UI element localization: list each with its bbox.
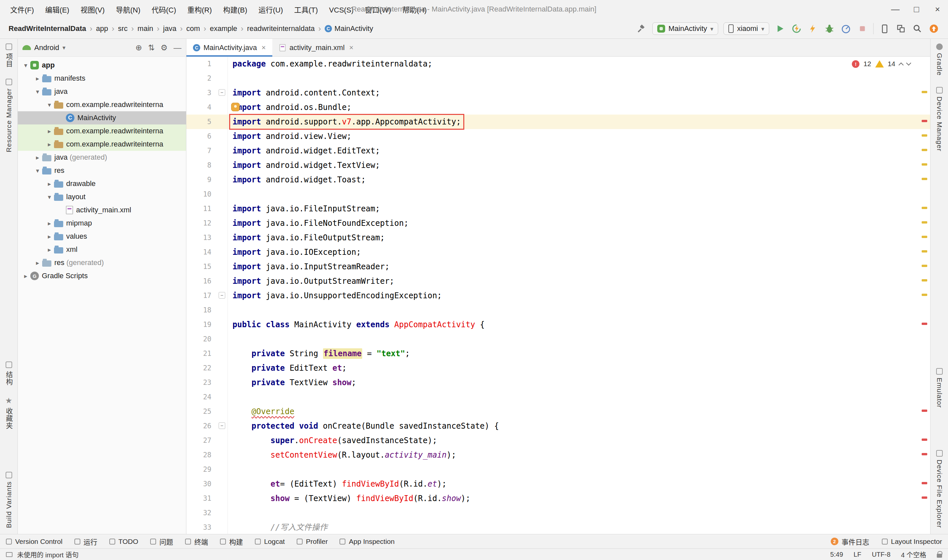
red-stripe-mark[interactable]	[922, 120, 927, 122]
fold-icon[interactable]: −	[219, 292, 225, 298]
tool-button-run[interactable]: 运行	[74, 537, 97, 546]
run-button[interactable]	[774, 23, 786, 34]
red-stripe-mark[interactable]	[922, 453, 927, 455]
yellow-stripe-mark[interactable]	[922, 134, 927, 137]
maximize-button[interactable]: □	[906, 0, 927, 18]
tool-window-button-device-file-explorer[interactable]: Device File Explorer	[936, 450, 943, 528]
chevron-collapsed-icon[interactable]: ▸	[21, 272, 30, 280]
code-line-11[interactable]: 11import java.io.FileInputStream;	[186, 202, 930, 216]
chevron-collapsed-icon[interactable]: ▸	[33, 75, 42, 82]
chevron-collapsed-icon[interactable]: ▸	[45, 220, 54, 227]
chevron-expanded-icon[interactable]: ▾	[21, 62, 30, 69]
code-line-5[interactable]: 5import android.support.v7.app.Appcompat…	[186, 115, 930, 129]
breadcrumb-item-example[interactable]: example	[210, 25, 237, 33]
tree-item-drawable[interactable]: ▸drawable	[18, 177, 186, 190]
collapse-all-icon[interactable]: ⇅	[148, 43, 154, 52]
tree-item-java[interactable]: ▸java (generated)	[18, 151, 186, 164]
yellow-stripe-mark[interactable]	[922, 178, 927, 180]
code-line-28[interactable]: 28 setContentView(R.layout.activity_main…	[186, 448, 930, 462]
yellow-stripe-mark[interactable]	[922, 149, 927, 151]
tool-button-version-control[interactable]: Version Control	[6, 538, 63, 546]
tree-item-manifests[interactable]: ▸manifests	[18, 72, 186, 85]
code-line-25[interactable]: 25 @Override	[186, 404, 930, 419]
debug-button[interactable]	[824, 23, 835, 34]
run-config-select[interactable]: MainActivity	[652, 22, 718, 35]
locate-file-icon[interactable]: ⊕	[135, 43, 142, 52]
code-line-31[interactable]: 31 show = (TextView) findViewById(R.id.s…	[186, 491, 930, 506]
code-line-22[interactable]: 22 private EditText et;	[186, 361, 930, 375]
chevron-expanded-icon[interactable]: ▾	[33, 167, 42, 174]
tree-item-values[interactable]: ▸values	[18, 230, 186, 243]
menu-file[interactable]: 文件(F)	[5, 6, 40, 14]
tool-window-button-resource-manager[interactable]: Resource Manager	[5, 79, 13, 152]
next-problem-icon[interactable]	[906, 60, 911, 66]
yellow-stripe-mark[interactable]	[922, 265, 927, 267]
code-line-17[interactable]: 17−import java.io.UnsupportedEncodingExc…	[186, 288, 930, 303]
red-stripe-mark[interactable]	[922, 323, 927, 325]
yellow-stripe-mark[interactable]	[922, 294, 927, 296]
chevron-collapsed-icon[interactable]: ▸	[45, 141, 54, 148]
tool-button-problems[interactable]: 问题	[150, 537, 173, 546]
breadcrumb-item-java[interactable]: java	[163, 25, 176, 33]
code-line-29[interactable]: 29	[186, 462, 930, 477]
breadcrumb-item-readwriteinternaldata[interactable]: ReadWriteInternalData	[9, 25, 86, 33]
error-stripe-scrollbar[interactable]	[919, 57, 930, 534]
yellow-stripe-mark[interactable]	[922, 221, 927, 223]
inspections-widget[interactable]: 12 14	[852, 60, 911, 68]
indent-setting[interactable]: 4 个空格	[901, 550, 926, 559]
tree-item-com-example-readwriteinterna[interactable]: ▸com.example.readwriteinterna	[18, 138, 186, 151]
code-line-30[interactable]: 30 et= (EditText) findViewById(R.id.et);	[186, 477, 930, 491]
stop-button[interactable]	[857, 23, 868, 34]
tree-item-res[interactable]: ▾res	[18, 164, 186, 177]
tool-button-terminal[interactable]: 终端	[185, 537, 208, 546]
code-line-2[interactable]: 2	[186, 71, 930, 86]
menu-run[interactable]: 运行(U)	[253, 6, 289, 14]
apply-changes-button[interactable]	[791, 23, 802, 34]
red-stripe-mark[interactable]	[922, 482, 927, 484]
menu-navigate[interactable]: 导航(N)	[110, 6, 146, 14]
yellow-stripe-mark[interactable]	[922, 279, 927, 282]
breadcrumb-item-src[interactable]: src	[118, 25, 128, 33]
tool-button-profiler[interactable]: Profiler	[297, 538, 328, 546]
code-line-23[interactable]: 23 private TextView show;	[186, 375, 930, 390]
code-line-1[interactable]: 1package com.example.readwriteinternalda…	[186, 57, 930, 71]
code-line-16[interactable]: 16import java.io.OutputStreamWriter;	[186, 274, 930, 288]
code-line-3[interactable]: 3−import android.content.Context;	[186, 86, 930, 100]
tree-item-mainactivity[interactable]: CMainActivity	[18, 111, 186, 125]
editor-tab-mainactivity-java[interactable]: CMainActivity.java×	[186, 39, 272, 56]
yellow-stripe-mark[interactable]	[922, 236, 927, 238]
tree-item-com-example-readwriteinterna[interactable]: ▸com.example.readwriteinterna	[18, 125, 186, 138]
tool-window-button-device-manager[interactable]: Device Manager	[936, 87, 943, 151]
menu-build[interactable]: 构建(B)	[217, 6, 252, 14]
code-line-24[interactable]: 24	[186, 390, 930, 404]
code-line-6[interactable]: 6import android.view.View;	[186, 129, 930, 143]
apply-code-changes-button[interactable]	[807, 23, 819, 34]
chevron-expanded-icon[interactable]: ▾	[33, 88, 42, 95]
menu-code[interactable]: 代码(C)	[146, 6, 182, 14]
tool-window-button-project[interactable]: 项目	[4, 43, 14, 68]
search-icon[interactable]	[912, 23, 923, 34]
tool-button-layout-inspector[interactable]: Layout Inspector	[882, 538, 942, 546]
tree-item-res[interactable]: ▸res (generated)	[18, 256, 186, 269]
code-line-13[interactable]: 13import java.io.FileOutputStream;	[186, 231, 930, 245]
tree-item-layout[interactable]: ▾layout	[18, 190, 186, 203]
code-line-12[interactable]: 12import java.io.FileNotFoundException;	[186, 216, 930, 231]
tree-item-com-example-readwriteinterna[interactable]: ▾com.example.readwriteinterna	[18, 98, 186, 111]
tool-button-todo[interactable]: TODO	[109, 538, 138, 546]
device-select[interactable]: xiaomi	[723, 22, 769, 35]
fold-icon[interactable]: −	[219, 89, 225, 96]
code-line-14[interactable]: 14import java.io.IOException;	[186, 245, 930, 259]
intention-bulb-icon[interactable]	[231, 103, 240, 111]
code-line-4[interactable]: 4import android.os.Bundle;	[186, 100, 930, 115]
tree-item-mipmap[interactable]: ▸mipmap	[18, 217, 186, 230]
yellow-stripe-mark[interactable]	[922, 163, 927, 166]
tree-item-activity-main-xml[interactable]: activity_main.xml	[18, 203, 186, 217]
lock-icon[interactable]	[937, 554, 942, 558]
ide-update-icon[interactable]	[928, 23, 939, 34]
chevron-collapsed-icon[interactable]: ▸	[33, 154, 42, 161]
code-line-19[interactable]: 19public class MainActivity extends AppC…	[186, 317, 930, 332]
tree-item-xml[interactable]: ▸xml	[18, 243, 186, 256]
chevron-collapsed-icon[interactable]: ▸	[45, 180, 54, 188]
previous-problem-icon[interactable]	[899, 62, 904, 68]
file-encoding[interactable]: UTF-8	[872, 551, 891, 558]
